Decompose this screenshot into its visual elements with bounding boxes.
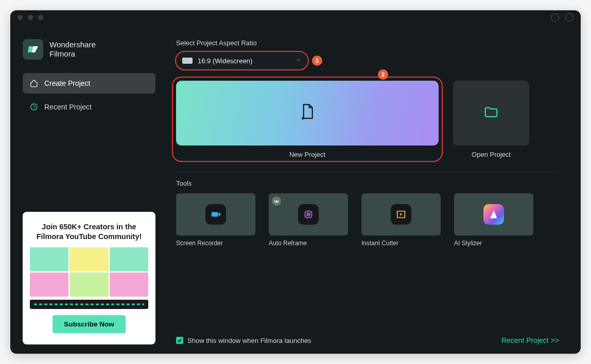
tool-ai-stylizer: AI Stylizer [454, 193, 533, 247]
launch-checkbox-row[interactable]: Show this window when Filmora launches [176, 337, 311, 344]
aspect-ratio-label: Select Project Aspect Ratio [176, 39, 559, 47]
aspect-ratio-select[interactable]: 16:9 (Widescreen) [176, 52, 308, 69]
aspect-ratio-icon [182, 58, 193, 64]
chevron-down-icon [296, 57, 302, 65]
brand-line1: Wondershare [49, 40, 96, 49]
aspect-ratio-value: 16:9 (Widescreen) [198, 57, 252, 65]
svg-rect-3 [212, 212, 218, 217]
tool-label: Auto Reframe [269, 240, 348, 247]
projects-row: New Project Open Project 2 [176, 81, 559, 158]
launch-checkbox-label: Show this window when Filmora launches [187, 337, 311, 344]
tool-ai-stylizer-button[interactable] [454, 193, 533, 235]
app-window: Wondershare Filmora Create Project [10, 10, 581, 354]
tool-label: Instant Cutter [361, 240, 441, 247]
brand-text: Wondershare Filmora [49, 40, 96, 59]
checkbox-checked-icon[interactable] [176, 337, 183, 344]
brand: Wondershare Filmora [23, 39, 155, 60]
crown-icon [272, 196, 281, 206]
brand-line2: Filmora [49, 49, 96, 59]
tool-instant-cutter-button[interactable] [361, 193, 441, 235]
sidebar-item-create-project[interactable]: Create Project [23, 73, 155, 94]
new-project-label: New Project [289, 151, 325, 158]
tools-label: Tools [176, 179, 559, 187]
recent-project-link[interactable]: Recent Project >> [501, 336, 559, 344]
tools-row: Screen Recorder Au [176, 193, 559, 247]
reframe-icon [298, 204, 319, 225]
titlebar-right [551, 13, 573, 22]
minimize-icon[interactable] [28, 15, 33, 20]
main-panel: Select Project Aspect Ratio 16:9 (Widesc… [165, 25, 581, 354]
brand-logo-icon [23, 39, 43, 60]
promo-card: Join 650K+ Creators in the Filmora YouTu… [23, 212, 155, 344]
sidebar-item-label: Create Project [44, 79, 90, 87]
footer: Show this window when Filmora launches R… [176, 328, 559, 344]
tool-auto-reframe: Auto Reframe [269, 193, 348, 247]
promo-art [30, 247, 148, 309]
close-icon[interactable] [18, 15, 23, 20]
subscribe-button[interactable]: Subscribe Now [53, 315, 126, 333]
annotation-badge-1: 1 [312, 56, 322, 66]
maximize-icon[interactable] [38, 15, 43, 20]
tool-instant-cutter: Instant Cutter [361, 193, 441, 247]
open-project-label: Open Project [472, 151, 511, 158]
sidebar-item-recent-project[interactable]: Recent Project [23, 97, 155, 117]
ai-icon [483, 204, 504, 225]
support-icon[interactable] [565, 13, 573, 22]
home-icon [30, 79, 38, 87]
new-project-card: New Project [176, 81, 439, 158]
tool-screen-recorder: Screen Recorder [176, 193, 255, 247]
open-project-button[interactable] [453, 81, 529, 145]
cutter-icon [391, 204, 411, 225]
sync-icon[interactable] [551, 13, 559, 22]
folder-icon [483, 105, 499, 121]
sidebar: Wondershare Filmora Create Project [10, 25, 165, 354]
divider [176, 172, 559, 172]
new-file-icon [300, 103, 315, 123]
traffic-lights [18, 15, 43, 20]
titlebar [10, 10, 581, 25]
clock-icon [30, 103, 38, 111]
tool-label: AI Stylizer [454, 240, 533, 247]
open-project-card: Open Project [453, 81, 529, 158]
tool-label: Screen Recorder [176, 240, 255, 247]
promo-title: Join 650K+ Creators in the Filmora YouTu… [30, 222, 148, 242]
sidebar-item-label: Recent Project [44, 103, 92, 111]
svg-rect-5 [306, 212, 310, 216]
new-project-button[interactable] [176, 81, 439, 145]
tool-auto-reframe-button[interactable] [269, 193, 348, 235]
tool-screen-recorder-button[interactable] [176, 193, 255, 235]
annotation-badge-2: 2 [378, 69, 388, 80]
camera-icon [205, 204, 226, 225]
